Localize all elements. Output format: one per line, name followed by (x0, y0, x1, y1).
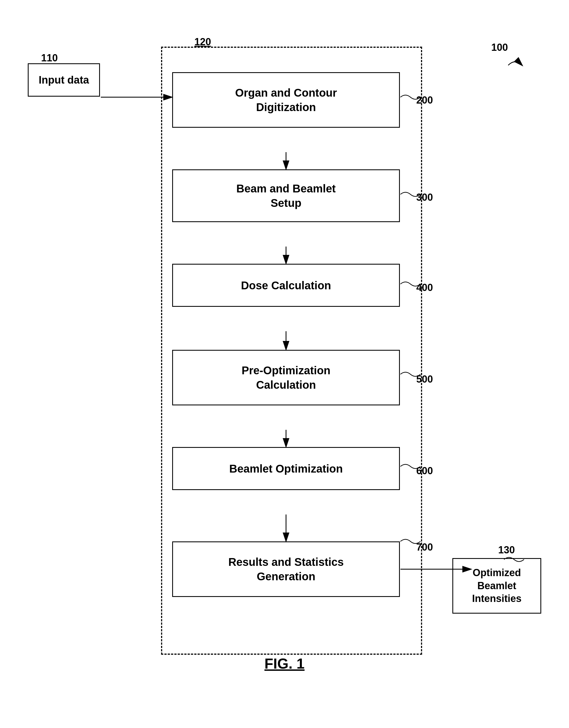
ref-400-label: 400 (416, 282, 433, 293)
ref-200-label: 200 (416, 94, 433, 106)
beam-beamlet-label: Beam and BeamletSetup (236, 181, 336, 210)
ref-500-label: 500 (416, 373, 433, 385)
ref-700-label: 700 (416, 541, 433, 553)
results-box: Results and StatisticsGeneration (172, 541, 400, 597)
optimized-box: Optimized BeamletIntensities (452, 558, 541, 614)
organ-contour-box: Organ and ContourDigitization (172, 72, 400, 128)
dose-calc-box: Dose Calculation (172, 264, 400, 307)
results-label: Results and StatisticsGeneration (228, 555, 344, 584)
optimized-label: Optimized BeamletIntensities (453, 566, 540, 605)
ref-600-label: 600 (416, 465, 433, 477)
pre-opt-label: Pre-OptimizationCalculation (242, 363, 330, 392)
ref-300-label: 300 (416, 192, 433, 203)
label-120: 120 (194, 36, 211, 48)
input-data-box: Input data (28, 63, 100, 97)
organ-contour-label: Organ and ContourDigitization (235, 86, 337, 114)
input-data-label: Input data (39, 74, 89, 86)
label-110: 110 (41, 52, 58, 64)
diagram-container: 110 100 Input data 120 Organ and Contour… (0, 22, 569, 716)
pre-opt-box: Pre-OptimizationCalculation (172, 350, 400, 405)
label-100: 100 (491, 42, 508, 53)
beam-beamlet-box: Beam and BeamletSetup (172, 169, 400, 222)
figure-label: FIG. 1 (264, 655, 304, 672)
label-130: 130 (498, 544, 515, 556)
beamlet-opt-label: Beamlet Optimization (229, 461, 343, 476)
beamlet-opt-box: Beamlet Optimization (172, 447, 400, 490)
dose-calc-label: Dose Calculation (241, 278, 331, 293)
